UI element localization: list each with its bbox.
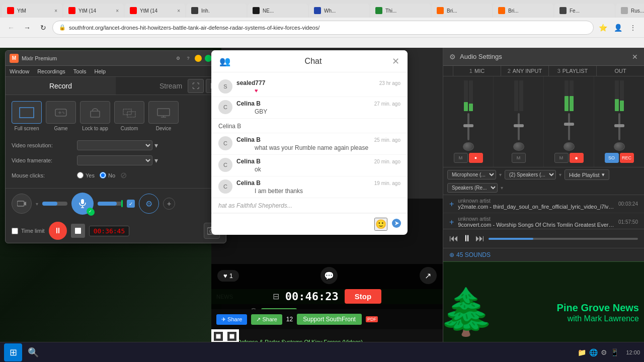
video-resolution-select[interactable] xyxy=(77,140,152,150)
profile-button[interactable]: 👤 xyxy=(611,21,625,35)
video-framerate-select[interactable] xyxy=(77,155,152,165)
tab-ytm-2[interactable]: YtM (14 × xyxy=(63,4,124,18)
custom-option[interactable]: Custom xyxy=(114,101,144,131)
fullscreen-option[interactable]: Full screen xyxy=(12,101,42,131)
channel-1-knob[interactable] xyxy=(463,142,474,151)
extensions-button[interactable]: ⭐ xyxy=(596,21,610,35)
maximize-button[interactable] xyxy=(205,55,212,62)
out-rec-button[interactable]: REC xyxy=(620,153,634,163)
tab-ytm-3[interactable]: YtM (14 × xyxy=(125,4,185,18)
chat-send-button[interactable] xyxy=(391,218,401,231)
menu-help[interactable]: Help xyxy=(94,68,106,74)
fader-track-1[interactable] xyxy=(467,113,469,140)
tab-rus[interactable]: Rus... xyxy=(616,4,644,18)
tab-wh[interactable]: Wh... xyxy=(309,4,369,18)
tab-ytm-1[interactable]: YtM × xyxy=(2,4,62,18)
taskbar-icon-chrome[interactable]: 🌐 xyxy=(589,348,598,356)
playlist-item-1[interactable]: + unknown artist y2mate.com - third_day_… xyxy=(443,195,644,213)
settings-gear-button[interactable]: ⚙ xyxy=(139,194,159,214)
fader-handle-out[interactable] xyxy=(614,124,624,127)
taskbar-icon-app[interactable]: 📱 xyxy=(610,348,619,356)
taskbar-icon-settings[interactable]: ⚙ xyxy=(601,348,607,356)
chat-close-button[interactable]: ✕ xyxy=(392,56,399,67)
add-button[interactable]: + xyxy=(163,198,175,210)
back-button[interactable]: ← xyxy=(4,21,18,35)
mouse-yes-option[interactable]: Yes xyxy=(77,172,95,178)
fullscreen-mode-button[interactable]: ⛶ xyxy=(188,79,204,93)
fader-track-3[interactable] xyxy=(568,113,570,140)
mouse-no-radio[interactable] xyxy=(100,172,106,178)
chat-emoji-button[interactable]: 🙂 xyxy=(374,218,387,231)
any-input-m-button[interactable]: M xyxy=(512,153,526,163)
time-limit-checkbox-label[interactable]: Time limit xyxy=(12,228,45,234)
share-fb-button[interactable]: ✈ Share xyxy=(216,314,247,325)
share-action-button[interactable]: ↗ xyxy=(420,267,437,284)
fader-track-2[interactable] xyxy=(518,113,520,140)
channel-3-knob[interactable] xyxy=(564,142,575,151)
tab-inh[interactable]: Inh. xyxy=(186,4,247,18)
tab-close[interactable]: × xyxy=(54,8,57,14)
forward-button[interactable]: → xyxy=(20,21,34,35)
mouse-no-option[interactable]: No xyxy=(100,172,115,178)
chat-action-button[interactable]: 💬 xyxy=(320,267,338,284)
settings-window-button[interactable]: ⚙ xyxy=(175,55,182,62)
speakers-select[interactable]: (2) Speakers (... xyxy=(505,170,556,179)
fader-handle-3[interactable] xyxy=(564,123,574,126)
speakers-right-select[interactable]: Speakers (Re... xyxy=(447,183,498,193)
mic-rec-button[interactable]: ● xyxy=(469,153,483,163)
out-knob[interactable] xyxy=(614,142,625,151)
playlist-progress-bar[interactable] xyxy=(489,238,638,240)
microphone-button[interactable]: ✓ xyxy=(71,193,94,215)
tab-ne[interactable]: NE... xyxy=(248,4,308,18)
mic-select[interactable]: Microphone (... xyxy=(447,170,496,179)
audio-panel-close[interactable]: ✕ xyxy=(632,53,638,61)
game-option[interactable]: Game xyxy=(46,101,76,131)
chat-input[interactable] xyxy=(217,221,370,228)
mouse-yes-radio[interactable] xyxy=(77,172,84,178)
stop-recording-button[interactable] xyxy=(71,224,85,238)
device-option[interactable]: Device xyxy=(148,101,179,131)
channel-2-knob[interactable] xyxy=(513,142,524,151)
tab-close[interactable]: × xyxy=(177,8,180,14)
add-sounds-button[interactable]: ⊕ 45 SOUNDS xyxy=(449,251,491,258)
tab-bri2[interactable]: Bri... xyxy=(493,4,553,18)
support-button[interactable]: Support SouthFront xyxy=(297,314,362,325)
fader-handle-1[interactable] xyxy=(463,124,473,127)
taskbar-icon-file-manager[interactable]: 📁 xyxy=(578,348,586,356)
pause-playlist-button[interactable]: ⏸ xyxy=(462,233,471,244)
pause-recording-button[interactable]: ⏸ xyxy=(49,222,67,240)
lock-to-app-option[interactable]: Lock to app xyxy=(80,101,110,131)
tab-fe[interactable]: Fe... xyxy=(554,4,615,18)
camera-dropdown-arrow[interactable]: ▾ xyxy=(36,201,38,207)
volume-slider[interactable] xyxy=(42,202,67,206)
minimize-button[interactable] xyxy=(195,55,202,62)
fader-track-out[interactable] xyxy=(618,113,620,140)
tab-close[interactable]: × xyxy=(116,8,119,14)
search-button[interactable]: 🔍 xyxy=(24,343,42,361)
playlist-rec-button[interactable]: ● xyxy=(570,153,584,163)
playlist-m-button[interactable]: M xyxy=(554,153,569,163)
playlist-add-icon-2[interactable]: + xyxy=(449,218,454,227)
address-bar[interactable]: 🔒 southfront.org/lancet-drones-hit-howit… xyxy=(52,21,594,35)
tab-bri[interactable]: Bri... xyxy=(432,4,492,18)
tab-record[interactable]: Record xyxy=(6,77,116,95)
out-so-button[interactable]: SO xyxy=(605,153,619,163)
mic-m-button[interactable]: M xyxy=(454,153,468,163)
time-limit-checkbox[interactable] xyxy=(12,228,18,234)
help-window-button[interactable]: ? xyxy=(185,55,192,62)
skip-next-button[interactable]: ⏭ xyxy=(475,233,485,244)
heart-button[interactable]: ♥ 1 xyxy=(217,270,239,282)
mic-volume-slider[interactable] xyxy=(98,202,123,206)
playlist-add-icon-1[interactable]: + xyxy=(449,200,454,209)
start-button[interactable]: ⊞ xyxy=(4,343,22,361)
playlist-item-2[interactable]: + unknown artist 9convert.com - Worship … xyxy=(443,213,644,229)
settings-button[interactable]: ⋮ xyxy=(626,21,640,35)
tab-thi[interactable]: Thi... xyxy=(370,4,431,18)
camera-button[interactable] xyxy=(12,194,32,214)
fader-handle-2[interactable] xyxy=(514,124,524,127)
refresh-button[interactable]: ↻ xyxy=(36,21,50,35)
menu-tools[interactable]: Tools xyxy=(73,68,87,74)
skip-prev-button[interactable]: ⏮ xyxy=(449,233,458,244)
hide-playlist-button[interactable]: Hide Playlist ▾ xyxy=(565,169,609,180)
menu-window[interactable]: Window xyxy=(10,68,29,74)
